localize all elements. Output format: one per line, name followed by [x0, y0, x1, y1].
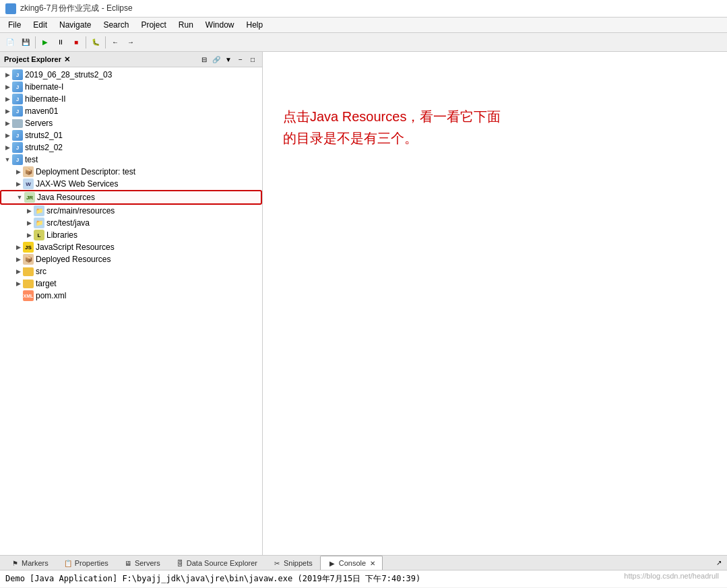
snippets-icon: ✂	[272, 558, 282, 568]
tree-item-p5[interactable]: ▶Servers	[0, 117, 262, 129]
watermark-text: https://blog.csdn.net/headrull	[624, 572, 719, 580]
properties-icon: 📋	[63, 558, 73, 568]
toolbar-new-btn[interactable]: 📄	[3, 35, 18, 50]
toolbar-stop-btn[interactable]: ■	[69, 35, 84, 50]
console-content: Demo [Java Application] F:\byajj_jdk\jav…	[0, 570, 727, 587]
tree-icon-p8: J	[12, 154, 23, 165]
tree-label-p8: test	[25, 155, 38, 164]
collapse-all-btn[interactable]: ⊟	[199, 54, 210, 65]
tree-icon-p10: W	[23, 178, 34, 189]
tree-item-p17[interactable]: ▶src	[0, 265, 262, 277]
tree-item-p14[interactable]: ▶LLibraries	[0, 229, 262, 241]
tree-item-p12[interactable]: ▶📁src/main/resources	[0, 205, 262, 217]
annotation-line1: 点击Java Resources，看一看它下面	[283, 106, 501, 127]
tree-item-p8[interactable]: ▼Jtest	[0, 154, 262, 166]
bottom-tabs: ⚑ Markers 📋 Properties 🖥 Servers 🗄 Data …	[0, 556, 727, 570]
tree-item-p13[interactable]: ▶📁src/test/java	[0, 217, 262, 229]
tree-container[interactable]: ▶J2019_06_28_struts2_03▶Jhibernate-I▶Jhi…	[0, 67, 262, 555]
tree-arrow-p18[interactable]: ▶	[13, 279, 23, 288]
menu-navigate[interactable]: Navigate	[54, 19, 96, 31]
tab-markers-label: Markers	[22, 559, 49, 567]
maximize-panel-btn[interactable]: □	[247, 54, 258, 65]
tree-label-p16: Deployed Resources	[36, 255, 110, 264]
panel-header-actions: ⊟ 🔗 ▼ − □	[199, 54, 258, 65]
bottom-tab-actions: ↗	[714, 558, 724, 568]
panel-close-x[interactable]: ✕	[64, 55, 70, 64]
tree-item-p9[interactable]: ▶📦Deployment Descriptor: test	[0, 166, 262, 178]
tab-console-close[interactable]: ✕	[370, 560, 375, 567]
menu-project[interactable]: Project	[135, 19, 171, 31]
tree-label-p11: Java Resources	[37, 193, 95, 202]
console-text: Demo [Java Application] F:\byajj_jdk\jav…	[5, 574, 420, 583]
tree-arrow-p19[interactable]	[13, 291, 23, 300]
tree-arrow-p11[interactable]: ▼	[15, 193, 24, 202]
tree-icon-p9: 📦	[23, 166, 34, 177]
tab-markers[interactable]: ⚑ Markers	[3, 556, 56, 570]
tree-arrow-p12[interactable]: ▶	[24, 206, 34, 216]
toolbar-debug-btn[interactable]: 🐛	[88, 35, 103, 50]
menu-file[interactable]: File	[3, 19, 26, 31]
tree-arrow-p16[interactable]: ▶	[13, 255, 23, 264]
tab-console[interactable]: ▶ Console ✕	[320, 556, 383, 570]
menu-window[interactable]: Window	[200, 19, 240, 31]
tree-arrow-p1[interactable]: ▶	[3, 70, 12, 79]
tree-item-p2[interactable]: ▶Jhibernate-I	[0, 81, 262, 93]
tree-arrow-p14[interactable]: ▶	[24, 230, 34, 240]
tree-arrow-p9[interactable]: ▶	[13, 167, 23, 176]
tree-arrow-p5[interactable]: ▶	[3, 119, 12, 128]
tree-arrow-p17[interactable]: ▶	[13, 267, 23, 276]
menu-run[interactable]: Run	[173, 19, 199, 31]
servers-tab-icon: 🖥	[123, 558, 133, 568]
main-layout: Project Explorer ✕ ⊟ 🔗 ▼ − □ ▶J2019_06_2…	[0, 52, 727, 587]
tree-arrow-p13[interactable]: ▶	[24, 218, 34, 228]
tree-arrow-p7[interactable]: ▶	[3, 143, 12, 152]
tree-arrow-p3[interactable]: ▶	[3, 94, 12, 104]
tree-item-p15[interactable]: ▶JSJavaScript Resources	[0, 241, 262, 253]
tree-label-p18: target	[36, 279, 57, 288]
tree-arrow-p10[interactable]: ▶	[13, 179, 23, 189]
toolbar-forward-btn[interactable]: →	[123, 35, 138, 50]
tree-arrow-p6[interactable]: ▶	[3, 131, 12, 140]
tree-item-p10[interactable]: ▶WJAX-WS Web Services	[0, 178, 262, 190]
menu-search[interactable]: Search	[98, 19, 134, 31]
tab-console-label: Console	[339, 559, 366, 567]
toolbar-pause-btn[interactable]: ⏸	[53, 35, 68, 50]
annotation-line2: 的目录是不是有三个。	[283, 127, 501, 149]
view-menu-btn[interactable]: ▼	[223, 54, 234, 65]
tree-item-p19[interactable]: XMLpom.xml	[0, 290, 262, 302]
tree-item-p11[interactable]: ▼JRJava Resources	[0, 190, 262, 205]
open-console-btn[interactable]: ↗	[714, 558, 724, 568]
tree-arrow-p4[interactable]: ▶	[3, 106, 12, 116]
toolbar-save-btn[interactable]: 💾	[18, 35, 33, 50]
tree-label-p12: src/main/resources	[46, 206, 115, 216]
tree-item-p18[interactable]: ▶target	[0, 277, 262, 290]
minimize-panel-btn[interactable]: −	[235, 54, 246, 65]
tab-servers[interactable]: 🖥 Servers	[116, 556, 168, 570]
menu-edit[interactable]: Edit	[28, 19, 53, 31]
tab-datasource[interactable]: 🗄 Data Source Explorer	[168, 556, 265, 570]
tree-icon-p7: J	[12, 142, 23, 153]
title-bar: zking6-7月份作业完成 - Eclipse	[0, 0, 727, 18]
tree-item-p16[interactable]: ▶📦Deployed Resources	[0, 253, 262, 265]
tree-icon-p16: 📦	[23, 254, 34, 265]
tree-arrow-p2[interactable]: ▶	[3, 82, 12, 92]
tree-label-p7: struts2_02	[25, 143, 63, 152]
link-with-editor-btn[interactable]: 🔗	[211, 54, 222, 65]
tab-properties[interactable]: 📋 Properties	[56, 556, 116, 570]
tree-icon-p6: J	[12, 130, 23, 141]
tree-label-p6: struts2_01	[25, 131, 63, 140]
tree-item-p6[interactable]: ▶Jstruts2_01	[0, 129, 262, 141]
tree-item-p1[interactable]: ▶J2019_06_28_struts2_03	[0, 69, 262, 81]
tree-item-p3[interactable]: ▶Jhibernate-II	[0, 93, 262, 105]
menu-help[interactable]: Help	[241, 19, 269, 31]
tree-item-p4[interactable]: ▶Jmaven01	[0, 105, 262, 117]
toolbar-run-btn[interactable]: ▶	[38, 35, 53, 50]
tree-arrow-p8[interactable]: ▼	[3, 155, 12, 164]
tab-snippets[interactable]: ✂ Snippets	[265, 556, 320, 570]
tree-arrow-p15[interactable]: ▶	[13, 242, 23, 252]
toolbar-back-btn[interactable]: ←	[108, 35, 123, 50]
tree-item-p7[interactable]: ▶Jstruts2_02	[0, 141, 262, 154]
toolbar-sep-3	[105, 36, 106, 48]
tree-icon-p4: J	[12, 106, 23, 117]
tree-icon-p5	[12, 118, 23, 129]
